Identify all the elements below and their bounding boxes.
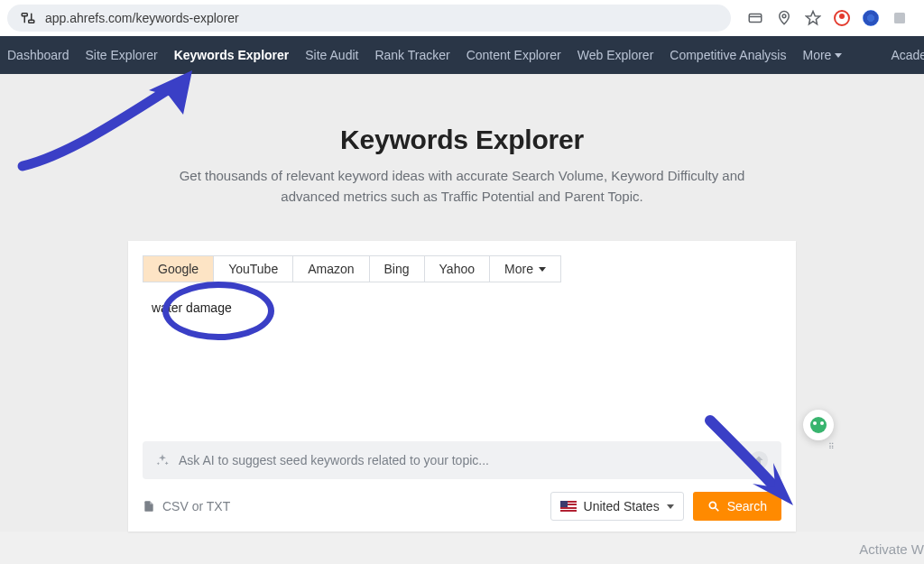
- engine-tab-amazon[interactable]: Amazon: [293, 255, 369, 282]
- extension-icon-1[interactable]: [834, 10, 850, 26]
- nav-rank-tracker[interactable]: Rank Tracker: [374, 48, 449, 62]
- search-card: Google YouTube Amazon Bing Yahoo More wa…: [128, 241, 796, 532]
- svg-line-13: [715, 508, 718, 512]
- location-pin-icon[interactable]: [776, 10, 792, 26]
- payment-card-icon[interactable]: [747, 10, 763, 26]
- chevron-down-icon: [539, 267, 546, 272]
- nav-dashboard[interactable]: Dashboard: [7, 48, 69, 62]
- engine-tabs: Google YouTube Amazon Bing Yahoo More: [143, 255, 781, 282]
- engine-tab-google[interactable]: Google: [143, 255, 214, 282]
- nav-more[interactable]: More: [802, 48, 842, 62]
- page-subtitle: Get thousands of relevant keyword ideas …: [155, 166, 769, 207]
- nav-web-explorer[interactable]: Web Explorer: [578, 48, 654, 62]
- arrow-up-icon[interactable]: [749, 450, 769, 470]
- engine-tab-more-label: More: [504, 262, 533, 276]
- page-title: Keywords Explorer: [0, 125, 924, 155]
- svg-rect-4: [749, 14, 762, 23]
- nav-site-explorer[interactable]: Site Explorer: [86, 48, 158, 62]
- site-settings-icon[interactable]: [20, 10, 36, 26]
- search-button[interactable]: Search: [693, 492, 781, 521]
- svg-point-12: [709, 502, 716, 508]
- svg-point-6: [782, 14, 786, 18]
- svg-marker-7: [807, 12, 820, 24]
- nav-more-label: More: [802, 48, 831, 62]
- file-icon: [143, 499, 155, 513]
- ai-placeholder: Ask AI to suggest seed keywords related …: [179, 453, 489, 467]
- country-selector[interactable]: United States: [550, 492, 684, 521]
- url-text: app.ahrefs.com/keywords-explorer: [45, 11, 239, 25]
- keyword-input[interactable]: water damage: [143, 282, 781, 436]
- nav-content-explorer[interactable]: Content Explorer: [467, 48, 561, 62]
- browser-address-bar: app.ahrefs.com/keywords-explorer: [0, 0, 924, 36]
- chat-widget-icon[interactable]: [803, 410, 834, 440]
- chevron-down-icon: [835, 53, 842, 58]
- url-pill[interactable]: app.ahrefs.com/keywords-explorer: [7, 5, 731, 32]
- country-label: United States: [584, 499, 660, 513]
- engine-tab-more[interactable]: More: [490, 255, 561, 282]
- engine-tab-yahoo[interactable]: Yahoo: [425, 255, 490, 282]
- search-label: Search: [727, 499, 767, 513]
- sparkle-icon: [155, 453, 170, 467]
- us-flag-icon: [560, 501, 577, 512]
- keyword-input-value: water damage: [148, 299, 236, 317]
- windows-watermark: Activate W: [859, 541, 924, 557]
- engine-tab-bing[interactable]: Bing: [370, 255, 425, 282]
- nav-keywords-explorer[interactable]: Keywords Explorer: [174, 48, 290, 62]
- upload-label: CSV or TXT: [162, 499, 230, 513]
- profile-icon[interactable]: [892, 10, 908, 26]
- chevron-down-icon: [667, 504, 674, 509]
- browser-toolbar-icons: [738, 10, 917, 26]
- bottom-row: CSV or TXT United States Search: [143, 492, 781, 521]
- page-body: Keywords Explorer Get thousands of relev…: [0, 74, 924, 532]
- engine-tab-youtube[interactable]: YouTube: [214, 255, 293, 282]
- ai-suggest-row[interactable]: Ask AI to suggest seed keywords related …: [143, 441, 781, 479]
- extension-icon-2[interactable]: [863, 10, 879, 26]
- chat-resize-dots: ⠿: [828, 442, 836, 451]
- nav-site-audit[interactable]: Site Audit: [305, 48, 358, 62]
- svg-rect-0: [22, 14, 27, 16]
- main-nav: Dashboard Site Explorer Keywords Explore…: [0, 36, 924, 74]
- upload-file[interactable]: CSV or TXT: [143, 499, 230, 513]
- svg-rect-1: [29, 20, 34, 23]
- nav-competitive-analysis[interactable]: Competitive Analysis: [670, 48, 786, 62]
- nav-academy-label: Academy: [891, 48, 924, 62]
- bookmark-star-icon[interactable]: [805, 10, 821, 26]
- search-icon: [707, 500, 720, 513]
- svg-rect-8: [894, 13, 905, 23]
- nav-academy[interactable]: Academy: [891, 48, 924, 62]
